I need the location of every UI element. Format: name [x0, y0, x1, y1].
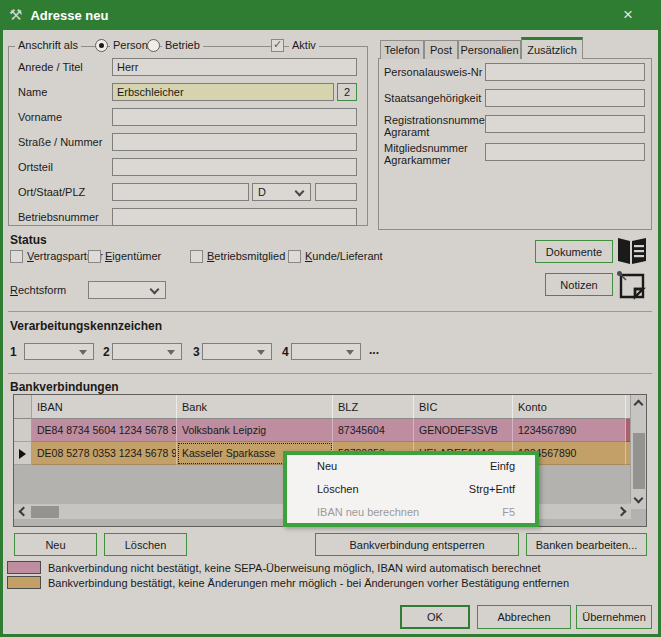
chevron-down-icon	[295, 187, 305, 197]
legend-text-confirmed: Bankverbindung bestätigt, keine Änderung…	[48, 577, 569, 589]
vk-2-combo[interactable]	[112, 343, 182, 360]
staatsangehoerigkeit-label: Staatsangehörigkeit	[384, 92, 481, 104]
tab-personalien[interactable]: Personalien	[458, 40, 521, 59]
personalausweis-input[interactable]	[485, 63, 645, 81]
person-radio[interactable]	[95, 39, 108, 52]
vk-3-combo[interactable]	[202, 343, 272, 360]
notizen-button[interactable]: Notizen	[545, 273, 613, 296]
divider	[8, 311, 652, 312]
vk-4-combo[interactable]	[291, 343, 361, 360]
tab-zusaetzlich[interactable]: Zusätzlich	[521, 37, 583, 59]
menu-item-label: Neu	[317, 460, 337, 472]
mitgliedsnummer-input[interactable]	[485, 143, 645, 161]
strasse-input[interactable]	[112, 133, 357, 151]
dropdown-arrow-icon	[167, 350, 175, 355]
tab-post[interactable]: Post	[424, 40, 458, 59]
menu-item-label: IBAN neu berechnen	[317, 506, 419, 518]
row-selector-current[interactable]	[14, 442, 32, 465]
tab-telefon[interactable]: Telefon	[380, 40, 424, 59]
table-header-bank[interactable]: Bank	[177, 395, 333, 419]
bankverbindung-entsperren-button[interactable]: Bankverbindung entsperren	[315, 533, 519, 556]
name-count-button[interactable]: 2	[337, 83, 357, 101]
ortsteil-input[interactable]	[112, 158, 357, 176]
banken-bearbeiten-label: Banken bearbeiten...	[536, 539, 638, 551]
cell-konto[interactable]: 1234567890	[513, 419, 626, 442]
betrieb-radio[interactable]	[147, 39, 160, 52]
eigentuemer-checkbox[interactable]	[88, 250, 101, 263]
notes-page-icon[interactable]	[615, 269, 647, 301]
bank-loeschen-button[interactable]: Löschen	[104, 533, 187, 556]
table-header-iban[interactable]: IBAN	[32, 395, 177, 419]
vk-1-combo[interactable]	[24, 343, 94, 360]
vertical-scrollbar[interactable]	[630, 395, 646, 509]
menu-item-iban-neu-berechnen[interactable]: IBAN neu berechnen F5	[287, 500, 535, 523]
registrationsnummer-input[interactable]	[485, 115, 645, 133]
betriebsnummer-input[interactable]	[112, 208, 357, 226]
titlebar[interactable]: ⚒ Adresse neu ×	[0, 0, 661, 30]
ok-button[interactable]: OK	[400, 605, 470, 629]
table-header-bic[interactable]: BIC	[414, 395, 513, 419]
menu-item-loeschen[interactable]: Löschen Strg+Entf	[287, 478, 535, 501]
menu-item-shortcut: Einfg	[490, 460, 515, 472]
uebernehmen-button[interactable]: Übernehmen	[576, 605, 652, 629]
kunde-lieferant-label[interactable]: Kunde/Lieferant	[305, 250, 383, 262]
name-label: Name	[18, 86, 47, 98]
documents-book-icon[interactable]	[615, 236, 649, 266]
menu-item-label: Löschen	[317, 483, 359, 495]
rechtsform-combo[interactable]	[88, 281, 166, 299]
legend-text-unconfirmed: Bankverbindung nicht bestätigt, keine SE…	[48, 562, 541, 574]
divider	[8, 373, 652, 374]
cell-blz[interactable]: 87345604	[333, 419, 414, 442]
aktiv-checkbox[interactable]: ✓	[271, 39, 284, 52]
anschrift-als-label: Anschrift als	[15, 39, 81, 51]
table-header-blz[interactable]: BLZ	[333, 395, 414, 419]
row-selector[interactable]	[14, 419, 32, 442]
betriebsmitglied-checkbox[interactable]	[190, 250, 203, 263]
anrede-input[interactable]	[112, 58, 357, 76]
scroll-up-icon[interactable]	[634, 400, 644, 410]
vk-more-label[interactable]: ...	[369, 343, 379, 357]
tab-personalien-label: Personalien	[460, 44, 518, 56]
cell-bank[interactable]: Volksbank Leipzig	[177, 419, 333, 442]
ok-button-label: OK	[427, 611, 443, 623]
staat-combo[interactable]: D	[252, 183, 311, 201]
kunde-lieferant-checkbox[interactable]	[288, 250, 301, 263]
vk-3-label: 3	[193, 345, 200, 359]
table-header-konto[interactable]: Konto	[513, 395, 626, 419]
vertical-scrollbar-thumb[interactable]	[633, 433, 645, 489]
dokumente-button[interactable]: Dokumente	[535, 240, 613, 263]
current-row-marker-icon	[19, 449, 26, 459]
staatsangehoerigkeit-input[interactable]	[485, 89, 645, 107]
close-icon[interactable]: ×	[617, 4, 639, 26]
cell-iban[interactable]: DE08 5278 0353 1234 5678 90	[32, 442, 177, 465]
scroll-right-icon[interactable]	[617, 507, 627, 517]
menu-item-shortcut: Strg+Entf	[469, 483, 515, 495]
cell-bic[interactable]: GENODEF3SVB	[414, 419, 513, 442]
dropdown-arrow-icon	[346, 350, 354, 355]
plz-input[interactable]	[315, 183, 357, 201]
banken-bearbeiten-button[interactable]: Banken bearbeiten...	[526, 533, 647, 556]
abbrechen-button[interactable]: Abbrechen	[477, 605, 571, 629]
legend-swatch-confirmed	[7, 576, 41, 589]
ort-input[interactable]	[112, 183, 249, 201]
horizontal-scrollbar-thumb[interactable]	[31, 506, 59, 518]
person-radio-label[interactable]: Person	[110, 39, 151, 51]
betriebsmitglied-label[interactable]: Betriebsmitglied	[207, 250, 285, 262]
eigentuemer-label[interactable]: Eigentümer	[105, 250, 161, 262]
vorname-input[interactable]	[112, 108, 357, 126]
rechtsform-label: Rechtsform	[10, 284, 66, 296]
bank-loeschen-button-label: Löschen	[125, 539, 167, 551]
dialog-adresse-neu: ⚒ Adresse neu × Anschrift als Person Bet…	[0, 0, 661, 637]
betrieb-radio-label[interactable]: Betrieb	[162, 39, 203, 51]
ort-staat-plz-label: Ort/Staat/PLZ	[18, 186, 85, 198]
ortsteil-label: Ortsteil	[18, 161, 53, 173]
menu-item-neu[interactable]: Neu Einfg	[287, 455, 535, 478]
tab-telefon-label: Telefon	[384, 44, 419, 56]
scroll-left-icon[interactable]	[19, 507, 29, 517]
cell-iban[interactable]: DE84 8734 5604 1234 5678 90	[32, 419, 177, 442]
scroll-down-icon[interactable]	[634, 494, 644, 504]
vertragspartner-checkbox[interactable]	[10, 250, 23, 263]
name-input[interactable]	[112, 83, 334, 101]
status-header: Status	[10, 233, 47, 247]
bank-neu-button[interactable]: Neu	[14, 533, 97, 556]
